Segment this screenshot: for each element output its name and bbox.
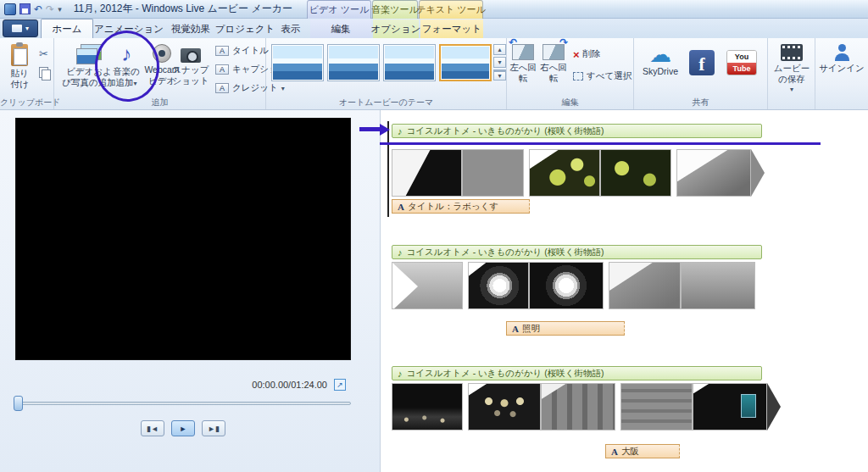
clip-thumbnail[interactable]	[676, 149, 751, 197]
tab-animation[interactable]: アニメーション	[94, 19, 164, 38]
clip-thumbnail[interactable]	[693, 383, 767, 430]
caption-label-3[interactable]: A 大阪	[605, 444, 680, 458]
theme-thumbnail-3[interactable]	[383, 44, 436, 81]
rotate-left-label: 左へ回転	[509, 62, 537, 83]
seek-slider-thumb[interactable]	[14, 396, 23, 411]
facebook-button[interactable]: f	[685, 41, 719, 98]
next-frame-button[interactable]: ►▮	[202, 420, 225, 436]
theme-scroll-down-button[interactable]: ▾	[493, 57, 506, 68]
qat-dropdown-icon[interactable]: ▾	[58, 4, 62, 14]
tab-visual-effects[interactable]: 視覚効果	[164, 19, 217, 38]
tab-home[interactable]: ホーム	[41, 19, 93, 38]
theme-thumbnail-1[interactable]	[271, 44, 324, 81]
group-label-clipboard: クリップボード	[0, 97, 53, 108]
select-all-icon	[573, 72, 583, 81]
snapshot-label: スナップショット	[172, 64, 209, 86]
clip-thumbnail[interactable]	[392, 262, 463, 309]
rotate-right-button[interactable]: ↷ 右へ回転	[539, 41, 568, 98]
context-header-video-tools[interactable]: ビデオ ツール	[307, 0, 371, 19]
music-note-icon: ♪	[121, 44, 131, 64]
clip-thumbnail[interactable]	[468, 262, 529, 309]
clip-thumbnail[interactable]	[529, 262, 604, 309]
rotate-right-icon: ↷	[542, 44, 565, 60]
caption-slide-icon: A	[215, 64, 229, 75]
context-header-text-tools[interactable]: テキスト ツール	[419, 0, 483, 19]
tab-options-music-tools[interactable]: オプション	[373, 19, 419, 38]
tab-edit-video-tools[interactable]: 編集	[310, 19, 371, 38]
chevron-down-icon: ▾	[25, 25, 29, 32]
tab-project[interactable]: プロジェクト	[218, 19, 272, 38]
playhead-cursor[interactable]	[387, 121, 389, 217]
clip-thumbnail[interactable]	[600, 149, 671, 197]
rotate-left-icon: ↶	[512, 44, 534, 60]
clip-thumbnail[interactable]	[620, 383, 693, 430]
chevron-down-icon: ▾	[790, 86, 793, 93]
theme-scroll-up-button[interactable]: ▴	[493, 44, 506, 55]
rotate-left-button[interactable]: ↶ 左へ回転	[509, 41, 537, 98]
music-track-bar-3[interactable]: ♪ コイスルオトメ - いきものがかり (桜咲く街物語)	[392, 366, 762, 380]
clip-thumbnail[interactable]	[392, 149, 462, 197]
select-all-button[interactable]: すべて選択	[573, 70, 632, 82]
snapshot-button[interactable]: スナップショット	[171, 41, 210, 98]
app-window: ↶ ↷ ▾ 11月, 2012年 - Windows Live ムービー メーカ…	[0, 0, 868, 472]
fullscreen-icon[interactable]: ↗	[334, 379, 346, 391]
group-label-share: 共有	[634, 97, 767, 108]
paste-label: 貼り付け	[8, 68, 31, 89]
clip-arrow	[767, 383, 781, 430]
context-header-music-tools[interactable]: 音楽ツール	[372, 0, 418, 19]
play-button[interactable]: ►	[171, 420, 195, 436]
theme-gallery-more-button[interactable]: ▾	[493, 69, 506, 81]
sign-in-button[interactable]: サインイン	[818, 41, 865, 98]
clip-thumbnail[interactable]	[529, 149, 600, 197]
window-title: 11月, 2012年 - Windows Live ムービー メーカー	[74, 2, 292, 16]
ribbon-tab-bar: ▾ ホーム アニメーション 視覚効果 プロジェクト 表示 編集 オプション フォ…	[0, 19, 868, 38]
redo-icon[interactable]: ↷	[46, 4, 54, 14]
playback-controls: ▮◄ ► ►▮	[15, 420, 351, 436]
tab-format-text-tools[interactable]: フォーマット	[420, 19, 483, 38]
delete-label: 削除	[583, 48, 601, 60]
clip-thumbnail[interactable]	[541, 383, 615, 430]
previous-frame-button[interactable]: ▮◄	[141, 420, 164, 436]
add-title-button[interactable]: A タイトル	[215, 45, 269, 57]
copy-icon[interactable]	[39, 67, 49, 79]
music-track-bar-1[interactable]: ♪ コイスルオトメ - いきものがかり (桜咲く街物語)	[392, 124, 762, 138]
undo-icon[interactable]: ↶	[34, 4, 42, 14]
person-icon	[832, 44, 851, 61]
clip-thumbnail[interactable]	[468, 383, 541, 430]
clip-row-1	[392, 149, 765, 197]
clip-thumbnail[interactable]	[609, 262, 681, 309]
tab-view[interactable]: 表示	[273, 19, 309, 38]
skydrive-button[interactable]: ☁ SkyDrive	[639, 41, 682, 98]
titlebar: ↶ ↷ ▾ 11月, 2012年 - Windows Live ムービー メーカ…	[0, 0, 868, 19]
caption-text: タイトル：ラボっくす	[408, 201, 498, 213]
paste-button[interactable]: 貼り付け	[3, 41, 36, 98]
save-movie-button[interactable]: ムービーの保存 ▾	[771, 41, 812, 98]
application-menu-button[interactable]: ▾	[3, 19, 38, 37]
ribbon: 貼り付け ✂ クリップボード ビデオおよび写真の追加 ♪ 音楽の追加▾ Webc…	[0, 38, 868, 110]
group-edit: ↶ 左へ回転 ↷ 右へ回転 × 削除 すべて選択 編集	[507, 38, 634, 109]
add-music-button[interactable]: ♪ 音楽の追加▾	[110, 41, 142, 98]
music-track-label: コイスルオトメ - いきものがかり (桜咲く街物語)	[407, 125, 604, 137]
app-icon[interactable]	[4, 3, 16, 15]
music-note-icon: ♪	[398, 247, 403, 258]
music-track-label: コイスルオトメ - いきものがかり (桜咲く街物語)	[407, 247, 604, 258]
clip-thumbnail[interactable]	[392, 383, 463, 430]
save-icon[interactable]	[19, 3, 31, 14]
delete-button[interactable]: × 削除	[573, 48, 601, 60]
caption-label-1[interactable]: A タイトル：ラボっくす	[392, 199, 530, 214]
theme-thumbnail-2[interactable]	[327, 44, 380, 81]
clip-row-3	[392, 383, 781, 430]
cut-icon[interactable]: ✂	[39, 48, 48, 59]
clip-thumbnail[interactable]	[681, 262, 755, 309]
clip-thumbnail[interactable]	[462, 149, 524, 197]
group-label-add: 追加	[54, 97, 265, 108]
theme-thumbnail-selected[interactable]	[439, 44, 492, 81]
add-title-label: タイトル	[232, 45, 269, 57]
seek-slider[interactable]	[15, 402, 351, 405]
caption-text: 大阪	[621, 446, 639, 458]
youtube-button[interactable]: You Tube	[722, 41, 761, 98]
add-video-photo-button[interactable]: ビデオおよび写真の追加	[61, 41, 117, 98]
caption-label-2[interactable]: A 照明	[506, 321, 625, 336]
save-movie-label: ムービーの保存	[772, 63, 811, 84]
music-track-bar-2[interactable]: ♪ コイスルオトメ - いきものがかり (桜咲く街物語)	[392, 245, 762, 259]
